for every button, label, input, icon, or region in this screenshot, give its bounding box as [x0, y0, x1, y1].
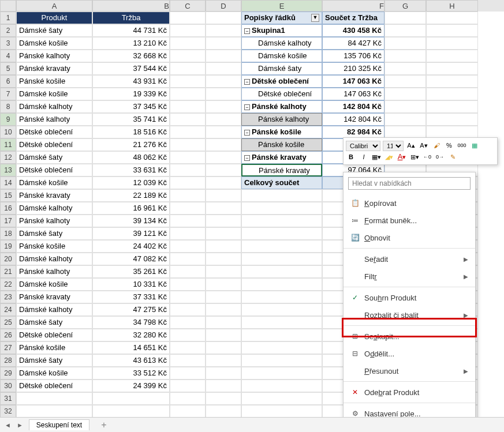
- row-header-18[interactable]: 18: [0, 227, 16, 240]
- cell[interactable]: [426, 126, 478, 138]
- cell[interactable]: [384, 62, 426, 75]
- row-header-10[interactable]: 10: [0, 126, 16, 138]
- cell[interactable]: Tržba: [92, 12, 170, 24]
- cell[interactable]: [241, 278, 322, 291]
- cell[interactable]: [170, 37, 206, 50]
- cell[interactable]: 34 798 Kč: [92, 316, 170, 329]
- cell[interactable]: [170, 62, 206, 75]
- cell[interactable]: [241, 265, 322, 278]
- cell[interactable]: [241, 202, 322, 215]
- cell[interactable]: [384, 24, 426, 37]
- menu-item-odebrat-produkt[interactable]: ✕Odebrat Produkt: [344, 384, 475, 401]
- cell[interactable]: 44 731 Kč: [92, 24, 170, 37]
- cell[interactable]: Dámské košile: [16, 367, 92, 380]
- cell[interactable]: 43 931 Kč: [92, 75, 170, 88]
- cell[interactable]: Pánské kravaty: [16, 62, 92, 75]
- row-header-26[interactable]: 26: [0, 329, 16, 341]
- row-header-1[interactable]: 1: [0, 12, 16, 24]
- cell[interactable]: Dámské šaty: [241, 62, 322, 75]
- row-header-5[interactable]: 5: [0, 62, 16, 75]
- row-header-22[interactable]: 22: [0, 278, 16, 291]
- cell[interactable]: [384, 37, 426, 50]
- menu-item-kop-rovat[interactable]: 📋Kopírovat: [344, 194, 475, 212]
- cell[interactable]: 84 427 Kč: [322, 37, 384, 50]
- cell[interactable]: [170, 405, 206, 418]
- cell[interactable]: [206, 278, 241, 291]
- cell[interactable]: [170, 113, 206, 126]
- cell[interactable]: [206, 354, 241, 367]
- cell[interactable]: [170, 126, 206, 138]
- cell[interactable]: Dětské oblečení: [16, 164, 92, 176]
- cell[interactable]: [170, 316, 206, 329]
- cell[interactable]: [170, 100, 206, 113]
- fill-color-icon[interactable]: ◢▾: [384, 152, 394, 163]
- row-header-2[interactable]: 2: [0, 24, 16, 37]
- cell[interactable]: [170, 278, 206, 291]
- cell[interactable]: [92, 405, 170, 418]
- cell[interactable]: [170, 24, 206, 37]
- row-header-23[interactable]: 23: [0, 291, 16, 303]
- row-header-27[interactable]: 27: [0, 341, 16, 354]
- cell[interactable]: Dámské kalhoty: [16, 253, 92, 265]
- row-header-19[interactable]: 19: [0, 240, 16, 253]
- cell[interactable]: [170, 329, 206, 341]
- cell[interactable]: [206, 202, 241, 215]
- cell[interactable]: [170, 341, 206, 354]
- collapse-icon[interactable]: −: [244, 79, 250, 85]
- cell[interactable]: Dětské oblečení: [16, 138, 92, 151]
- cell[interactable]: [384, 75, 426, 88]
- cell[interactable]: [206, 164, 241, 176]
- cell[interactable]: [170, 12, 206, 24]
- cell[interactable]: 22 189 Kč: [92, 189, 170, 202]
- cell[interactable]: 21 276 Kč: [92, 138, 170, 151]
- cell[interactable]: [241, 405, 322, 418]
- cell[interactable]: [206, 303, 241, 316]
- cell[interactable]: Pánské kravaty: [241, 164, 322, 176]
- cell[interactable]: [170, 176, 206, 189]
- cell[interactable]: Dětské oblečení: [16, 126, 92, 138]
- cell[interactable]: [241, 303, 322, 316]
- cell[interactable]: −Skupina1: [241, 24, 322, 37]
- cell[interactable]: [170, 164, 206, 176]
- menu-item-seskupit[interactable]: ⊞Seskupit...: [344, 328, 475, 345]
- cell[interactable]: [170, 354, 206, 367]
- cell[interactable]: [206, 392, 241, 405]
- cell[interactable]: 33 631 Kč: [92, 164, 170, 176]
- cell[interactable]: [170, 215, 206, 227]
- borders-icon[interactable]: ▦▾: [371, 152, 382, 163]
- cell[interactable]: [206, 151, 241, 164]
- row-header-20[interactable]: 20: [0, 253, 16, 265]
- cell[interactable]: Dámské šaty: [16, 227, 92, 240]
- add-sheet-button[interactable]: +: [95, 420, 112, 430]
- cell[interactable]: [241, 215, 322, 227]
- cell[interactable]: Pánské kalhoty: [16, 113, 92, 126]
- cell[interactable]: [384, 113, 426, 126]
- cell[interactable]: 32 280 Kč: [92, 329, 170, 341]
- bold-button[interactable]: B: [346, 152, 356, 163]
- cell[interactable]: [241, 253, 322, 265]
- cell[interactable]: [426, 100, 478, 113]
- cell[interactable]: [206, 37, 241, 50]
- cell[interactable]: Dětské oblečení: [241, 88, 322, 100]
- row-header-32[interactable]: 32: [0, 405, 16, 418]
- cell[interactable]: [170, 240, 206, 253]
- decrease-decimal-icon[interactable]: ←0: [422, 152, 432, 163]
- cell[interactable]: [170, 50, 206, 62]
- cell[interactable]: [206, 176, 241, 189]
- col-header-H[interactable]: H: [426, 0, 478, 12]
- row-header-8[interactable]: 8: [0, 100, 16, 113]
- cell[interactable]: Dámské kalhoty: [16, 303, 92, 316]
- cell[interactable]: Dětské oblečení: [16, 380, 92, 392]
- cell[interactable]: 14 651 Kč: [92, 341, 170, 354]
- row-header-17[interactable]: 17: [0, 215, 16, 227]
- cell[interactable]: Dámské košile: [16, 176, 92, 189]
- cell[interactable]: [426, 62, 478, 75]
- cell[interactable]: 33 512 Kč: [92, 367, 170, 380]
- row-header-14[interactable]: 14: [0, 176, 16, 189]
- cell[interactable]: 430 458 Kč: [322, 24, 384, 37]
- cell[interactable]: −Pánské kalhoty: [241, 100, 322, 113]
- cell[interactable]: [170, 265, 206, 278]
- cell[interactable]: Popisky řádků▼: [241, 12, 322, 24]
- cell[interactable]: Dámské šaty: [16, 354, 92, 367]
- col-header-F[interactable]: F: [322, 0, 384, 12]
